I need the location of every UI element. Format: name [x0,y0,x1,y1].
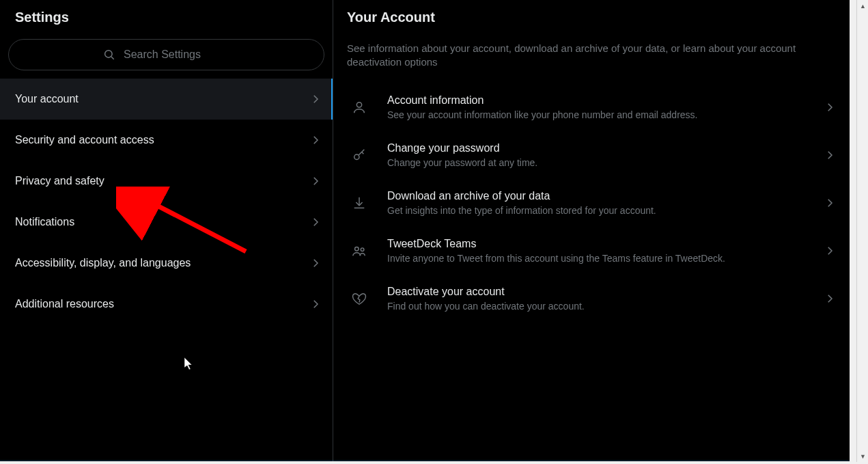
row-subtitle: Get insights into the type of informatio… [387,205,807,216]
row-title: TweetDeck Teams [387,238,807,250]
row-text: Deactivate your account Find out how you… [387,286,807,312]
settings-app: Settings Your account Security and accou… [0,0,850,461]
search-settings-field[interactable] [124,49,229,61]
sidebar-item-label: Security and account access [15,134,154,146]
sidebar-item-security[interactable]: Security and account access [0,120,333,161]
row-subtitle: Change your password at any time. [387,157,807,168]
chevron-right-icon [309,134,322,146]
sidebar-item-label: Privacy and safety [15,175,104,187]
teams-icon [347,243,371,258]
svg-point-8 [361,247,364,251]
row-title: Deactivate your account [387,286,807,298]
search-wrap [0,33,333,79]
row-subtitle: Invite anyone to Tweet from this account… [387,253,807,264]
person-icon [347,100,371,115]
sidebar-item-label: Accessibility, display, and languages [15,257,191,269]
row-account-information[interactable]: Account information See your account inf… [333,83,850,131]
sidebar-item-label: Notifications [15,216,74,228]
row-title: Account information [387,94,807,107]
row-download-archive[interactable]: Download an archive of your data Get ins… [333,179,850,227]
main-panel: Your Account See information about your … [333,0,850,461]
row-subtitle: See your account information like your p… [387,109,807,120]
chevron-right-icon [824,197,836,209]
bottom-accent [0,460,850,461]
chevron-right-icon [309,298,322,310]
row-text: Download an archive of your data Get ins… [387,190,807,216]
chevron-right-icon [309,93,322,105]
sidebar-item-label: Additional resources [15,298,114,310]
chevron-right-icon [309,175,322,187]
account-rows: Account information See your account inf… [333,83,850,323]
chevron-right-icon [309,216,322,228]
row-text: TweetDeck Teams Invite anyone to Tweet f… [387,238,807,264]
chevron-right-icon [824,101,836,113]
svg-point-0 [105,51,113,58]
row-subtitle: Find out how you can deactivate your acc… [387,301,807,312]
row-text: Change your password Change your passwor… [387,142,807,168]
sidebar-item-accessibility[interactable]: Accessibility, display, and languages [0,243,333,284]
row-deactivate-account[interactable]: Deactivate your account Find out how you… [333,275,850,323]
sidebar-title: Settings [0,0,333,33]
chevron-right-icon [824,245,836,257]
svg-point-7 [354,247,359,251]
sidebar-item-privacy[interactable]: Privacy and safety [0,161,333,202]
sidebar-nav: Your account Security and account access… [0,79,333,325]
svg-marker-4 [184,357,192,370]
chevron-right-icon [824,292,836,305]
settings-sidebar: Settings Your account Security and accou… [0,0,333,461]
row-text: Account information See your account inf… [387,94,807,120]
sidebar-item-notifications[interactable]: Notifications [0,202,333,243]
search-settings-input[interactable] [8,39,324,70]
download-icon [347,195,371,210]
sidebar-item-additional[interactable]: Additional resources [0,284,333,325]
main-description: See information about your account, down… [333,32,811,83]
row-title: Change your password [387,142,807,154]
sidebar-item-label: Your account [15,93,79,105]
row-title: Download an archive of your data [387,190,807,202]
chevron-right-icon [824,149,836,161]
row-tweetdeck-teams[interactable]: TweetDeck Teams Invite anyone to Tweet f… [333,227,850,275]
sidebar-item-your-account[interactable]: Your account [0,79,333,120]
chevron-right-icon [309,257,322,269]
svg-point-5 [356,102,361,107]
browser-scrollbar[interactable]: ▲ ▼ [856,0,868,462]
main-title: Your Account [333,0,850,32]
search-icon [103,49,115,61]
heartbreak-icon [347,291,371,306]
mouse-cursor-icon [184,357,194,370]
svg-point-6 [354,154,359,159]
scroll-up-icon[interactable]: ▲ [857,0,868,12]
row-change-password[interactable]: Change your password Change your passwor… [333,131,850,179]
svg-line-1 [111,57,114,59]
key-icon [347,148,371,163]
scroll-down-icon[interactable]: ▼ [857,450,868,462]
